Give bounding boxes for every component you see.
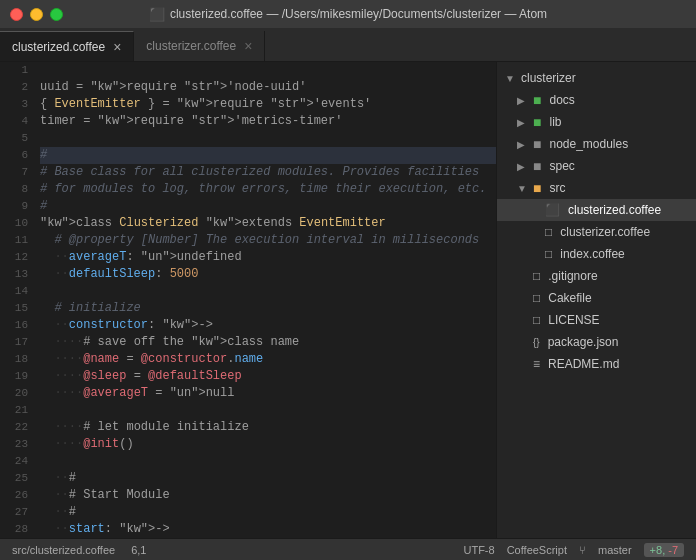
file-icon: □ <box>545 225 552 239</box>
folder-icon: ■ <box>533 114 541 130</box>
code-line: ··constructor: "kw">-> <box>40 317 496 334</box>
chevron-icon: ▼ <box>505 73 517 84</box>
tree-file[interactable]: {}package.json <box>497 331 696 353</box>
tree-file[interactable]: ⬛clusterized.coffee <box>497 199 696 221</box>
code-line: ····@averageT = "un">null <box>40 385 496 402</box>
tree-item-label: Cakefile <box>548 291 591 305</box>
window-controls[interactable] <box>10 8 63 21</box>
tree-item-label: package.json <box>548 335 619 349</box>
folder-icon: ■ <box>533 92 541 108</box>
tree-folder[interactable]: ▶■docs <box>497 89 696 111</box>
status-bar: src/clusterized.coffee 6,1 UTF-8 CoffeeS… <box>0 538 696 560</box>
tab-label: clusterized.coffee <box>12 40 105 54</box>
title-text: clusterized.coffee — /Users/mikesmiley/D… <box>170 7 547 21</box>
git-additions: +8, <box>650 544 666 556</box>
code-line: # initialize <box>40 300 496 317</box>
code-line: ····@name = @constructor.name <box>40 351 496 368</box>
minimize-button[interactable] <box>30 8 43 21</box>
tree-item-label: index.coffee <box>560 247 625 261</box>
file-icon: ⬛ <box>545 203 560 217</box>
encoding: UTF-8 <box>463 544 494 556</box>
maximize-button[interactable] <box>50 8 63 21</box>
file-icon: □ <box>533 291 540 305</box>
main-area: 1234567891011121314151617181920212223242… <box>0 62 696 538</box>
tree-item-label: src <box>549 181 565 195</box>
tree-item-label: clusterizer.coffee <box>560 225 650 239</box>
folder-icon: ■ <box>533 136 541 152</box>
git-branch: master <box>598 544 632 556</box>
tree-item-label: lib <box>549 115 561 129</box>
code-line: uuid = "kw">require "str">'node-uuid' <box>40 79 496 96</box>
code-line <box>40 453 496 470</box>
chevron-icon: ▼ <box>517 183 529 194</box>
tree-folder[interactable]: ▶■lib <box>497 111 696 133</box>
tree-file[interactable]: ≡README.md <box>497 353 696 375</box>
code-line: timer = "kw">require "str">'metrics-time… <box>40 113 496 130</box>
code-line: ··# <box>40 470 496 487</box>
folder-icon: ■ <box>533 158 541 174</box>
root-label: clusterizer <box>521 71 576 85</box>
chevron-icon: ▶ <box>517 117 529 128</box>
tree-file[interactable]: □index.coffee <box>497 243 696 265</box>
file-icon: □ <box>533 313 540 327</box>
statusbar-right: UTF-8 CoffeeScript ⑂ master +8, -7 <box>463 543 684 557</box>
tab-label: clusterizer.coffee <box>146 39 236 53</box>
file-icon: ⬛ <box>149 7 165 22</box>
code-line: ····# save off the "kw">class name <box>40 334 496 351</box>
tab-clusterizer[interactable]: clusterizer.coffee × <box>134 31 265 61</box>
titlebar: ⬛ clusterized.coffee — /Users/mikesmiley… <box>0 0 696 28</box>
line-numbers: 1234567891011121314151617181920212223242… <box>0 62 36 538</box>
tree-item-label: README.md <box>548 357 619 371</box>
code-line: ····@sleep = @defaultSleep <box>40 368 496 385</box>
tree-folder[interactable]: ▶■spec <box>497 155 696 177</box>
close-button[interactable] <box>10 8 23 21</box>
sidebar: ▼ clusterizer ▶■docs▶■lib▶■node_modules▶… <box>496 62 696 538</box>
code-line <box>40 62 496 79</box>
code-content[interactable]: uuid = "kw">require "str">'node-uuid'{ E… <box>36 62 496 538</box>
code-line <box>40 283 496 300</box>
code-line: ····# let module initialize <box>40 419 496 436</box>
file-icon: □ <box>533 269 540 283</box>
code-line: # <box>40 147 496 164</box>
tree-root[interactable]: ▼ clusterizer <box>497 67 696 89</box>
tree-item-label: spec <box>549 159 574 173</box>
file-icon: ≡ <box>533 357 540 371</box>
code-line: ··# Start Module <box>40 487 496 504</box>
cursor-position: 6,1 <box>131 544 146 556</box>
tree-file[interactable]: □clusterizer.coffee <box>497 221 696 243</box>
code-line: ····@init() <box>40 436 496 453</box>
file-icon: □ <box>545 247 552 261</box>
code-line: # <box>40 198 496 215</box>
editor-pane[interactable]: 1234567891011121314151617181920212223242… <box>0 62 496 538</box>
code-line: # @property [Number] The execution inter… <box>40 232 496 249</box>
window-title: ⬛ clusterized.coffee — /Users/mikesmiley… <box>149 7 547 22</box>
tree-file[interactable]: □LICENSE <box>497 309 696 331</box>
code-line: ··averageT: "un">undefined <box>40 249 496 266</box>
tab-clusterized[interactable]: clusterized.coffee × <box>0 31 134 61</box>
tree-file[interactable]: □Cakefile <box>497 287 696 309</box>
tree-item-label: clusterized.coffee <box>568 203 661 217</box>
file-tree: ▼ clusterizer ▶■docs▶■lib▶■node_modules▶… <box>497 62 696 380</box>
code-line: # for modules to log, throw errors, time… <box>40 181 496 198</box>
code-line: { EventEmitter } = "kw">require "str">'e… <box>40 96 496 113</box>
code-line: ··start: "kw">-> <box>40 521 496 538</box>
code-line <box>40 402 496 419</box>
tree-item-label: docs <box>549 93 574 107</box>
tab-close-icon[interactable]: × <box>113 40 121 54</box>
tree-folder[interactable]: ▶■node_modules <box>497 133 696 155</box>
tree-folder[interactable]: ▼■src <box>497 177 696 199</box>
tab-close-icon[interactable]: × <box>244 39 252 53</box>
file-path: src/clusterized.coffee <box>12 544 115 556</box>
code-line: ··# <box>40 504 496 521</box>
git-branch-icon: ⑂ <box>579 544 586 556</box>
tree-item-label: .gitignore <box>548 269 597 283</box>
tree-file[interactable]: □.gitignore <box>497 265 696 287</box>
tree-item-label: LICENSE <box>548 313 599 327</box>
code-line: "kw">class Clusterized "kw">extends Even… <box>40 215 496 232</box>
code-line <box>40 130 496 147</box>
chevron-icon: ▶ <box>517 139 529 150</box>
git-changes[interactable]: +8, -7 <box>644 543 684 557</box>
file-icon: {} <box>533 337 540 348</box>
git-deletions: -7 <box>668 544 678 556</box>
code-line: # Base class for all clusterized modules… <box>40 164 496 181</box>
